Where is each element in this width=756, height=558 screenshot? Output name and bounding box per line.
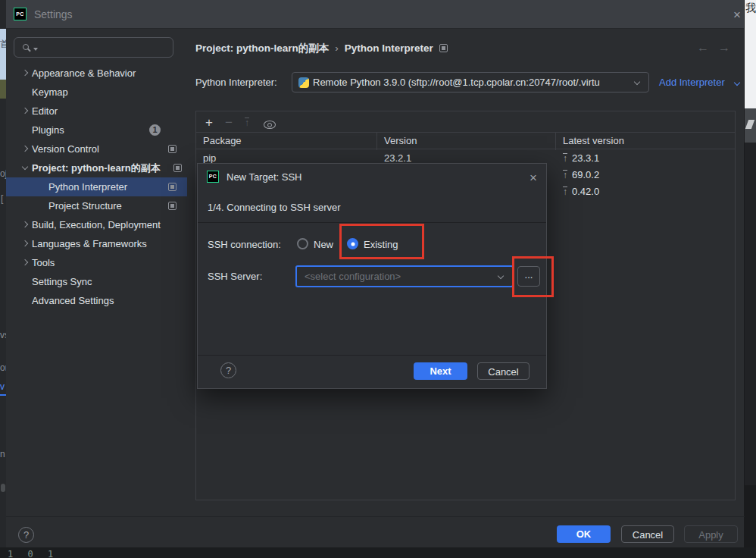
sidebar-item-settings-sync[interactable]: Settings Sync xyxy=(6,272,187,291)
next-button[interactable]: Next xyxy=(414,362,467,380)
chevron-right-icon[interactable] xyxy=(22,108,28,114)
chevron-down-icon[interactable] xyxy=(22,164,28,170)
background-fragment: n xyxy=(0,449,5,459)
package-latest: ↑0.42.0 xyxy=(563,183,599,200)
sidebar-item-editor[interactable]: Editor xyxy=(6,102,187,121)
plugins-count-badge: 1 xyxy=(149,124,161,136)
sidebar-item-label: Python Interpreter xyxy=(48,177,127,196)
background-fragment: [ xyxy=(1,193,3,204)
column-divider xyxy=(376,133,377,150)
sidebar-item-keymap[interactable]: Keymap xyxy=(6,83,187,102)
dialog-footer-divider xyxy=(198,355,546,356)
background-left-strip: 首 oj [ vs or v n xyxy=(0,0,6,558)
search-icon xyxy=(23,44,29,50)
sidebar-item-plugins[interactable]: Plugins 1 xyxy=(6,121,187,140)
search-options-caret-icon xyxy=(33,48,38,51)
chevron-down-icon xyxy=(734,80,740,86)
search-input[interactable] xyxy=(14,37,173,58)
latest-version-value: 23.3.1 xyxy=(572,152,599,164)
annotation-existing-highlight xyxy=(339,224,424,259)
sidebar-item-label: Project: python-learn的副本 xyxy=(32,158,161,177)
column-header-latest[interactable]: Latest version xyxy=(563,135,624,146)
background-fragment: 我 xyxy=(745,2,756,15)
radio-new-label[interactable]: New xyxy=(314,239,333,250)
column-header-package[interactable]: Package xyxy=(203,135,242,146)
show-early-releases-icon[interactable] xyxy=(264,121,276,129)
background-segment xyxy=(1,484,5,492)
sidebar-item-label: Plugins xyxy=(32,121,64,140)
package-latest: ↑23.3.1 xyxy=(563,150,599,167)
project-scope-icon xyxy=(168,145,177,153)
table-header: Package Version Latest version xyxy=(196,132,735,149)
upgrade-arrow-icon: ↑ xyxy=(563,187,567,197)
sidebar-item-advanced-settings[interactable]: Advanced Settings xyxy=(6,291,187,310)
background-terminal-text: 1 0 1 xyxy=(8,549,58,558)
upgrade-arrow-icon: ↑ xyxy=(563,153,567,164)
background-segment xyxy=(0,394,6,396)
ssh-server-placeholder: <select configuration> xyxy=(305,271,401,282)
latest-version-value: 69.0.2 xyxy=(572,169,599,180)
ssh-server-label: SSH Server: xyxy=(208,271,262,282)
cancel-button[interactable]: Cancel xyxy=(621,525,674,543)
help-icon[interactable]: ? xyxy=(18,527,34,543)
upgrade-package-icon[interactable]: ↑ xyxy=(245,118,249,128)
sidebar-item-project-structure[interactable]: Project Structure xyxy=(6,196,187,215)
forward-icon[interactable]: → xyxy=(718,41,730,55)
add-interpreter-link[interactable]: Add Interpreter xyxy=(659,77,725,88)
package-latest: ↑69.0.2 xyxy=(563,167,599,183)
sidebar-item-label: Advanced Settings xyxy=(32,291,114,310)
breadcrumb-page: Python Interpreter xyxy=(345,42,433,54)
column-header-version[interactable]: Version xyxy=(384,135,417,146)
sidebar-item-python-interpreter[interactable]: Python Interpreter xyxy=(6,177,187,196)
dialog-help-icon[interactable]: ? xyxy=(220,362,236,378)
add-package-icon[interactable]: + xyxy=(205,115,213,130)
interpreter-value: Remote Python 3.9.0 (sftp://root@1.tcp.c… xyxy=(313,77,627,88)
background-segment xyxy=(745,0,756,108)
project-scope-icon xyxy=(168,183,177,191)
chevron-right-icon[interactable] xyxy=(22,259,28,265)
project-scope-icon xyxy=(173,164,182,172)
background-fragment: vs xyxy=(0,330,6,340)
apply-button[interactable]: Apply xyxy=(684,525,738,543)
interpreter-select[interactable]: Remote Python 3.9.0 (sftp://root@1.tcp.c… xyxy=(292,72,649,92)
chevron-down-icon xyxy=(498,273,504,279)
sidebar-item-tools[interactable]: Tools xyxy=(6,253,187,272)
ok-button[interactable]: OK xyxy=(557,525,611,543)
sidebar-item-label: Build, Execution, Deployment xyxy=(32,215,161,234)
background-fragment: oj xyxy=(0,168,6,179)
column-divider xyxy=(555,133,556,150)
dialog-close-icon[interactable]: × xyxy=(530,171,537,184)
background-fragment: or xyxy=(0,362,6,373)
upgrade-arrow-icon: ↑ xyxy=(563,170,567,180)
chevron-right-icon[interactable] xyxy=(22,240,28,246)
background-right-strip: 我 xyxy=(745,0,756,558)
chevron-right-icon[interactable] xyxy=(22,146,28,152)
project-scope-icon xyxy=(439,44,448,52)
background-fragment: v xyxy=(0,381,5,392)
sidebar-item-project[interactable]: Project: python-learn的副本 xyxy=(6,158,187,177)
sidebar-item-build-execution-deployment[interactable]: Build, Execution, Deployment xyxy=(6,215,187,234)
ssh-server-select[interactable]: <select configuration> xyxy=(295,265,514,287)
window-title: Settings xyxy=(34,8,73,20)
dialog-step-text: 1/4. Connecting to SSH server xyxy=(208,202,341,213)
sidebar-item-label: Tools xyxy=(32,253,55,272)
back-icon[interactable]: ← xyxy=(697,41,709,55)
sidebar-item-version-control[interactable]: Version Control xyxy=(6,140,187,158)
sidebar-item-label: Settings Sync xyxy=(32,272,92,291)
sidebar-item-languages-frameworks[interactable]: Languages & Frameworks xyxy=(6,234,187,253)
sidebar-item-appearance-behavior[interactable]: Appearance & Behavior xyxy=(6,64,187,83)
remove-package-icon[interactable]: − xyxy=(225,115,233,130)
breadcrumb-separator: › xyxy=(329,42,345,54)
chevron-right-icon[interactable] xyxy=(22,70,28,76)
radio-new[interactable] xyxy=(297,238,308,249)
project-scope-icon xyxy=(168,202,177,210)
close-icon[interactable]: × xyxy=(733,8,741,21)
settings-titlebar: PC Settings × xyxy=(6,0,744,29)
sidebar-item-label: Project Structure xyxy=(48,196,122,215)
dialog-divider xyxy=(198,222,546,223)
chevron-right-icon[interactable] xyxy=(22,221,28,227)
background-segment xyxy=(0,80,6,99)
breadcrumb-project[interactable]: Project: python-learn的副本 xyxy=(195,42,329,54)
footer-divider xyxy=(6,516,745,517)
dialog-cancel-button[interactable]: Cancel xyxy=(477,362,530,380)
